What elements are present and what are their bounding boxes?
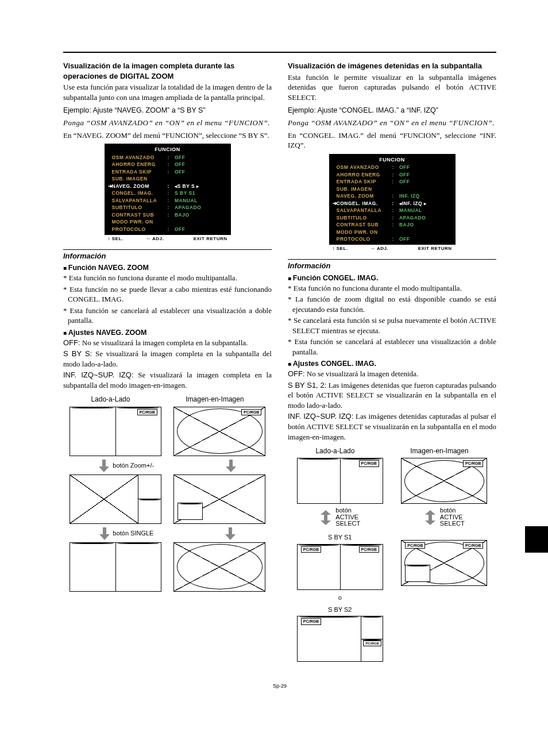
osd-row: ENTRADA SKIP:OFF: [108, 168, 227, 175]
option-item: OFF: No se visualizará la imagen detenid…: [288, 369, 496, 379]
panel-pip-result: PC/RGBPC/RGB: [401, 540, 487, 586]
osd-row: ➔NAVEG. ZOOM:◂S BY S ▸: [108, 183, 227, 190]
osd-row: SUB. IMAGEN: [333, 186, 452, 192]
panel-pip-after: [173, 542, 265, 592]
tag-pcrgb: PC/RGB: [301, 618, 321, 624]
osd-foot-exit: EXIT RETURN: [184, 236, 227, 242]
panel-sbs-zoomed: [70, 475, 161, 524]
top-rule: [63, 52, 496, 53]
option-item: INF. IZQ~SUP. IZQ: Las imágenes detenida…: [288, 411, 496, 442]
diag-label-pip: Imagen-en-Imagen: [186, 395, 244, 404]
right-italic: Ponga “OSM AVANZADO” en “ON” en el menu …: [288, 118, 496, 128]
osd-row: SALVAPANTALLA:MANUAL: [108, 197, 227, 204]
zoom-button-label: botón Zoom+/-: [113, 461, 154, 470]
right-sub2: Ajustes CONGEL. IMAG.: [288, 359, 496, 369]
caption-sbys2: S BY S2: [288, 605, 392, 614]
left-options: OFF: No se visualizará la imagen complet…: [63, 338, 272, 391]
tag-pcrgb: PC/RGB: [405, 542, 425, 549]
osd-foot-exit: EXIT RETURN: [409, 246, 452, 252]
bullet-item: * Esta función no se puede llevar a cabo…: [63, 284, 272, 304]
panel-pip-initial: PC/RGB: [401, 458, 487, 504]
osd-rows: OSM AVANZADO:OFFAHORRO ENERG:OFFENTRADA …: [333, 164, 452, 243]
osd-row: SUBTITULO:APAGADO: [108, 205, 227, 211]
tag-pcrgb: PC/RGB: [359, 460, 379, 466]
page-number: Sp-29: [63, 682, 496, 689]
left-column: Visualización de la imagen completa dura…: [63, 61, 272, 665]
osd-menu-left: FUNCION OSM AVANZADO:OFFAHORRO ENERG:OFF…: [105, 144, 231, 243]
osd-row: SALVAPANTALLA:MANUAL: [333, 207, 452, 214]
panel-sbs-initial: PC/RGB: [70, 407, 161, 456]
bullet-item: * Se cancelará esta función si se pulsa …: [288, 315, 496, 335]
left-italic: Ponga “OSM AVANZADO” en “ON” en el menu …: [63, 118, 272, 128]
right-column: Visualización de imágenes detenidas en l…: [288, 61, 496, 665]
down-arrow-icon: [99, 460, 109, 472]
diag-label-pip: Imagen-en-Imagen: [410, 446, 468, 456]
tag-pcrgb: PC/RGB: [241, 409, 261, 415]
left-bullets: * Esta función no funciona durante el mo…: [63, 273, 272, 326]
osd-menu-right: FUNCION OSM AVANZADO:OFFAHORRO ENERG:OFF…: [329, 154, 456, 253]
osd-row: CONGEL. IMAG.:S BY S1: [108, 190, 227, 197]
right-example: Ejemplo: Ajuste “CONGEL. IMAG.” a “INF. …: [288, 106, 496, 115]
osd-footer: ↕ SEL. ↔ ADJ. EXIT RETURN: [105, 235, 231, 244]
active-select-label: botón ACTIVE SELECT: [335, 507, 360, 527]
right-sub1: Función CONGEL. IMAG.: [288, 273, 496, 283]
tag-pcrgb: PC/RGB: [301, 546, 321, 553]
diag-label-sbs: Lado-a-Lado: [91, 395, 130, 404]
osd-foot-adj: ↔ ADJ.: [371, 246, 409, 252]
option-item: OFF: No se visualizará la imagen complet…: [63, 338, 272, 348]
panel-sbs-after: [70, 542, 161, 592]
bullet-item: * Esta función no funciona durante el mo…: [63, 273, 272, 283]
updown-arrow-icon: [319, 510, 332, 525]
left-intro: Use esta función para visualizar la tota…: [63, 82, 272, 102]
tag-pcrgb: PC/RGB: [363, 641, 381, 646]
left-select: En “NAVEG. ZOOM” del menú “FUNCION”, sel…: [63, 130, 272, 141]
panel-pip-zoomed: [173, 475, 265, 524]
right-diagrams: Lado-a-Lado Imagen-en-Imagen PC/RGB PC/R…: [288, 446, 496, 662]
bullet-item: * La función de zoom digital no está dis…: [288, 294, 496, 314]
left-heading: Visualización de la imagen completa dura…: [63, 61, 272, 81]
osd-row: MODO PWR. ON: [108, 219, 227, 226]
side-tab: [525, 526, 548, 553]
option-item: S BY S1, 2: Las imágenes detenidas que f…: [288, 380, 496, 411]
down-arrow-icon: [226, 460, 236, 472]
info-heading-left: Información: [63, 249, 272, 261]
osd-foot-sel: ↕ SEL.: [333, 246, 371, 252]
osd-rows: OSM AVANZADO:OFFAHORRO ENERG:OFFENTRADA …: [108, 154, 227, 233]
osd-row: AHORRO ENERG:OFF: [108, 161, 227, 168]
osd-row: PROTOCOLO:OFF: [333, 236, 452, 243]
panel-sbs-initial: PC/RGB: [297, 458, 383, 504]
bullet-item: * Esta función no funciona durante el mo…: [288, 283, 496, 294]
info-heading-right: Información: [288, 259, 496, 271]
osd-row: MODO PWR. ON: [333, 229, 452, 236]
panel-pip-initial: PC/RGB: [173, 407, 265, 456]
left-diagrams: Lado-a-Lado Imagen-en-Imagen PC/RGB PC/R…: [63, 395, 272, 591]
tag-pcrgb: PC/RGB: [463, 542, 483, 549]
or-label: o: [288, 593, 392, 602]
osd-row: OSM AVANZADO:OFF: [333, 164, 452, 171]
down-arrow-icon: [99, 527, 110, 540]
osd-row: AHORRO ENERG:OFF: [333, 171, 452, 178]
right-bullets: * Esta función no funciona durante el mo…: [288, 283, 496, 357]
single-button-label: botón SINGLE: [113, 529, 154, 538]
osd-row: SUBTITULO:APAGADO: [333, 214, 452, 221]
option-item: INF. IZQ~SUP. IZQ: Se visualizará la ima…: [63, 370, 272, 390]
osd-title: FUNCION: [333, 156, 452, 163]
tag-pcrgb: PC/RGB: [137, 409, 157, 415]
active-select-label: botón ACTIVE SELECT: [440, 507, 465, 527]
osd-row: ENTRADA SKIP:OFF: [333, 179, 452, 186]
right-heading: Visualización de imágenes detenidas en l…: [288, 61, 496, 71]
osd-row: CONTRAST SUB:BAJO: [108, 211, 227, 218]
osd-row: NAVEG. ZOOM:INF. IZQ: [333, 193, 452, 200]
option-item: S BY S: Se visualizará la imagen complet…: [63, 349, 272, 369]
left-sub2: Ajustes NAVEG. ZOOM: [63, 328, 272, 338]
osd-foot-adj: ↔ ADJ.: [146, 236, 184, 242]
osd-row: SUB. IMAGEN: [108, 176, 227, 183]
osd-foot-sel: ↕ SEL.: [108, 236, 146, 242]
tag-pcrgb: PC/RGB: [463, 460, 483, 466]
updown-arrow-icon: [424, 510, 437, 525]
bullet-item: * Esta función se cancelará al establece…: [288, 337, 496, 357]
left-sub1: Función NAVEG. ZOOM: [63, 263, 272, 273]
caption-sbys1: S BY S1: [288, 533, 392, 542]
bullet-item: * Esta función se cancelará al establece…: [63, 306, 272, 326]
osd-row: PROTOCOLO:OFF: [108, 226, 227, 233]
